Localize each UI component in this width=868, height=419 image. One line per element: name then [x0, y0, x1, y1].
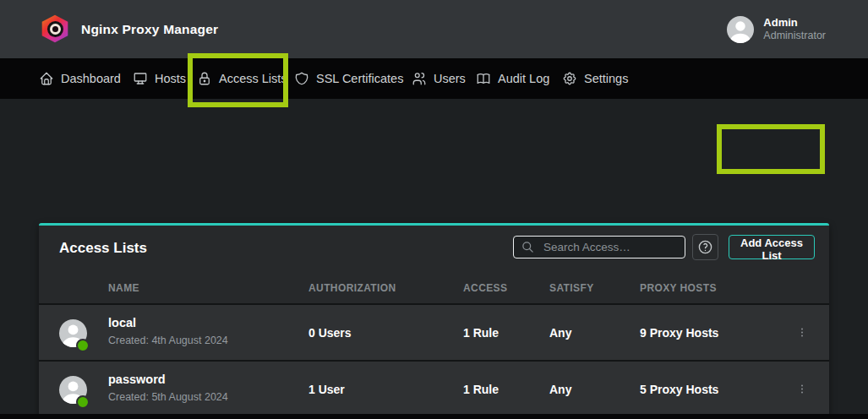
- row-menu-button[interactable]: [791, 362, 813, 416]
- table-row: local Created: 4th August 2024 0 Users 1…: [39, 305, 829, 362]
- help-icon: [697, 239, 713, 255]
- user-text: Admin Administrator: [763, 16, 826, 43]
- proxy-hosts-cell: 5 Proxy Hosts: [640, 362, 718, 416]
- column-header-satisfy: SATISFY: [549, 282, 594, 294]
- add-access-list-button[interactable]: Add Access List: [729, 235, 815, 259]
- monitor-icon: [133, 71, 148, 86]
- search-input[interactable]: [542, 240, 677, 254]
- name-cell[interactable]: password Created: 5th August 2024: [108, 372, 228, 403]
- column-header-authorization: AUTHORIZATION: [308, 282, 396, 294]
- access-cell: 1 Rule: [463, 305, 499, 360]
- proxy-hosts-cell: 9 Proxy Hosts: [640, 305, 718, 360]
- bottom-edge: [0, 414, 868, 419]
- kebab-icon: [796, 325, 808, 340]
- satisfy-cell: Any: [549, 362, 571, 416]
- nav-item-hosts[interactable]: Hosts: [133, 58, 186, 99]
- nav-label: SSL Certificates: [316, 72, 403, 85]
- created-date: Created: 5th August 2024: [108, 391, 228, 403]
- status-online-dot: [76, 339, 90, 352]
- nav-item-dashboard[interactable]: Dashboard: [39, 58, 121, 99]
- table-row: password Created: 5th August 2024 1 User…: [39, 362, 829, 418]
- panel-accent-bar: [39, 223, 829, 226]
- page-title: Access Lists: [59, 240, 147, 257]
- nav-label: Audit Log: [498, 72, 549, 85]
- column-header-name: NAME: [108, 282, 139, 294]
- nav-label: Access Lists: [219, 72, 287, 85]
- authorization-cell: 0 Users: [308, 305, 352, 360]
- lock-icon: [197, 71, 212, 86]
- logo-ring: [50, 24, 61, 35]
- user-role: Administrator: [763, 30, 826, 43]
- created-date: Created: 4th August 2024: [108, 335, 228, 346]
- user-menu[interactable]: Admin Administrator: [727, 0, 826, 58]
- column-header-proxy-hosts: PROXY HOSTS: [640, 282, 717, 294]
- book-icon: [476, 71, 491, 86]
- satisfy-cell: Any: [549, 305, 571, 360]
- page-body: Access Lists Add Access List NAME AUTHOR…: [0, 99, 868, 419]
- status-online-dot: [76, 395, 90, 409]
- authorization-cell: 1 User: [308, 362, 345, 416]
- access-cell: 1 Rule: [463, 362, 499, 416]
- search-box[interactable]: [513, 236, 685, 258]
- app-header: Nginx Proxy Manager Admin Administrator: [0, 0, 868, 58]
- user-name: Admin: [763, 16, 826, 30]
- column-header-access: ACCESS: [463, 282, 507, 294]
- nav-item-audit-log[interactable]: Audit Log: [476, 58, 549, 99]
- nav-label: Settings: [584, 72, 628, 85]
- gear-icon: [562, 71, 577, 86]
- help-button[interactable]: [692, 234, 718, 260]
- nav-label: Hosts: [155, 72, 186, 85]
- kebab-icon: [796, 382, 808, 396]
- search-icon: [521, 241, 534, 253]
- user-avatar: [727, 16, 754, 43]
- shield-icon: [294, 71, 309, 86]
- nav-label: Dashboard: [61, 72, 121, 85]
- app-logo-icon: [41, 14, 69, 43]
- access-list-name: local: [108, 315, 136, 331]
- row-menu-button[interactable]: [791, 305, 813, 360]
- nav-item-users[interactable]: Users: [412, 58, 466, 99]
- access-list-name: password: [108, 372, 166, 388]
- nginx-proxy-manager-app: Nginx Proxy Manager Admin Administrator …: [0, 0, 868, 419]
- nav-label: Users: [434, 72, 466, 85]
- access-lists-panel: Access Lists Add Access List NAME AUTHOR…: [39, 223, 829, 419]
- name-cell[interactable]: local Created: 4th August 2024: [108, 315, 228, 346]
- nav-item-access-lists[interactable]: Access Lists: [197, 58, 287, 99]
- access-list-table: local Created: 4th August 2024 0 Users 1…: [39, 303, 829, 419]
- app-title: Nginx Proxy Manager: [81, 0, 218, 58]
- main-nav: Dashboard Hosts Access Lists SSL Certifi…: [0, 58, 868, 99]
- users-icon: [412, 71, 427, 86]
- logo-core: [47, 21, 63, 37]
- nav-item-settings[interactable]: Settings: [562, 58, 628, 99]
- nav-item-ssl-certificates[interactable]: SSL Certificates: [294, 58, 403, 99]
- home-icon: [39, 71, 54, 86]
